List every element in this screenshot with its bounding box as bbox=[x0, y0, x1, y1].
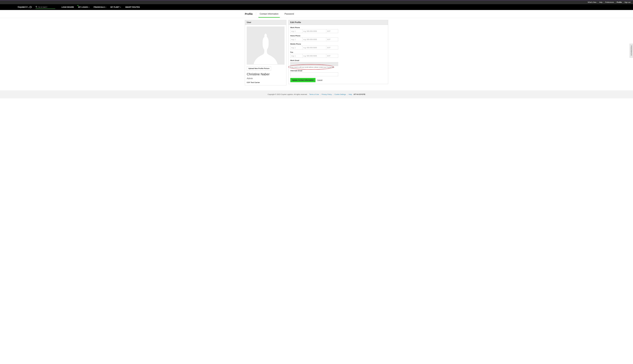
user-carrier: COY Test Carrier bbox=[247, 82, 284, 84]
fax-number-input[interactable] bbox=[302, 54, 326, 58]
nav-my-loads-label: MY LOADS bbox=[78, 6, 88, 8]
brand-text-1: Coyote bbox=[18, 6, 24, 8]
footer-cookies-link[interactable]: Cookie Settings bbox=[334, 94, 346, 95]
main-nav: CoyoteGO LOAD BOARD MY LOADS ▾ FINANCIAL… bbox=[0, 4, 633, 10]
content-area: User Upload New Profile Picture Christin… bbox=[224, 18, 409, 90]
separator: | bbox=[333, 94, 333, 95]
mobile-phone-country-code-input[interactable] bbox=[290, 46, 302, 50]
work-email-helper-text: If you need to edit your email address, … bbox=[290, 66, 386, 68]
avatar-placeholder-icon bbox=[247, 27, 284, 64]
tab-password[interactable]: Password bbox=[284, 10, 294, 18]
chevron-down-icon: ▾ bbox=[88, 6, 89, 8]
avatar bbox=[247, 26, 284, 64]
subtab-bar: Profile Contact Information Password bbox=[0, 10, 633, 18]
user-panel-heading: User bbox=[245, 20, 286, 25]
link-whats-new[interactable]: What's New bbox=[586, 1, 598, 3]
work-phone-country-code-input[interactable] bbox=[290, 29, 302, 33]
cancel-link[interactable]: Cancel bbox=[317, 79, 322, 81]
arrow-icon bbox=[28, 6, 32, 8]
work-phone-ext-input[interactable] bbox=[326, 29, 338, 33]
nav-financials[interactable]: FINANCIALS ▾ bbox=[94, 6, 106, 8]
nav-my-fleet[interactable]: MY FLEET ▾ bbox=[110, 6, 121, 8]
footer: Copyright © 2023 Coyote Logistics. All r… bbox=[0, 90, 633, 98]
load-search[interactable] bbox=[36, 6, 55, 9]
search-icon bbox=[36, 6, 37, 8]
svg-line-1 bbox=[37, 7, 37, 8]
brand-logo[interactable]: CoyoteGO bbox=[18, 6, 32, 8]
user-role: Admin bbox=[247, 77, 284, 80]
chevron-down-icon: ▾ bbox=[120, 6, 121, 8]
upload-profile-picture-button[interactable]: Upload New Profile Picture bbox=[247, 66, 271, 70]
footer-terms-link[interactable]: Terms of Use bbox=[309, 94, 319, 95]
link-help[interactable]: Help bbox=[598, 1, 604, 3]
link-preferences[interactable]: Preferences bbox=[604, 1, 616, 3]
page-title: Profile bbox=[245, 12, 256, 16]
nav-smart-routes[interactable]: SMART ROUTES bbox=[125, 6, 140, 8]
brand-text-2: GO bbox=[24, 6, 28, 8]
utility-bar: What's New Help Preferences Profile Sign… bbox=[0, 0, 633, 4]
footer-help-link[interactable]: Help bbox=[348, 94, 352, 95]
home-phone-number-input[interactable] bbox=[302, 38, 326, 41]
home-phone-ext-input[interactable] bbox=[326, 38, 338, 41]
edit-profile-heading: Edit Profile bbox=[288, 20, 388, 25]
edit-profile-panel: Edit Profile Work Phone Home Phone bbox=[288, 20, 388, 84]
update-contact-information-button[interactable]: Update Contact Information bbox=[290, 78, 316, 82]
link-profile[interactable]: Profile bbox=[616, 1, 623, 3]
footer-copyright: Copyright © 2023 Coyote Logistics. All r… bbox=[268, 94, 308, 95]
work-email-label: Work Email bbox=[290, 60, 386, 62]
mobile-phone-ext-input[interactable] bbox=[326, 46, 338, 50]
alternate-email-input[interactable] bbox=[290, 72, 338, 76]
work-phone-label: Work Phone bbox=[290, 26, 386, 28]
fax-country-code-input[interactable] bbox=[290, 54, 302, 58]
tab-contact-information[interactable]: Contact Information bbox=[260, 10, 278, 18]
nav-financials-label: FINANCIALS bbox=[94, 6, 105, 8]
footer-phone: 877-6-COYOTE bbox=[354, 94, 365, 95]
nav-my-loads[interactable]: MY LOADS ▾ bbox=[78, 6, 89, 8]
user-name: Christine Naber bbox=[247, 72, 284, 76]
feedback-tab[interactable]: FEEDBACK bbox=[630, 44, 633, 58]
link-sign-out[interactable]: Sign out bbox=[623, 1, 630, 3]
footer-privacy-link[interactable]: Privacy Policy bbox=[322, 94, 332, 95]
fax-label: Fax bbox=[290, 51, 386, 53]
nav-my-fleet-label: MY FLEET bbox=[110, 6, 120, 8]
mobile-phone-label: Mobile Phone bbox=[290, 43, 386, 45]
separator: | bbox=[320, 94, 320, 95]
fax-ext-input[interactable] bbox=[326, 54, 338, 58]
separator: | bbox=[347, 94, 348, 95]
alternate-email-label: Alternate Email bbox=[290, 70, 386, 72]
mobile-phone-number-input[interactable] bbox=[302, 46, 326, 50]
svg-point-0 bbox=[36, 6, 37, 7]
user-panel: User Upload New Profile Picture Christin… bbox=[245, 20, 286, 85]
work-email-input bbox=[290, 62, 338, 66]
chevron-down-icon: ▾ bbox=[106, 6, 106, 8]
home-phone-label: Home Phone bbox=[290, 35, 386, 37]
work-phone-number-input[interactable] bbox=[302, 29, 326, 33]
notification-dot-icon bbox=[78, 5, 78, 6]
nav-items: LOAD BOARD MY LOADS ▾ FINANCIALS ▾ MY FL… bbox=[62, 6, 140, 8]
nav-load-board[interactable]: LOAD BOARD bbox=[62, 6, 74, 8]
load-search-input[interactable] bbox=[38, 6, 54, 8]
home-phone-country-code-input[interactable] bbox=[290, 38, 302, 41]
